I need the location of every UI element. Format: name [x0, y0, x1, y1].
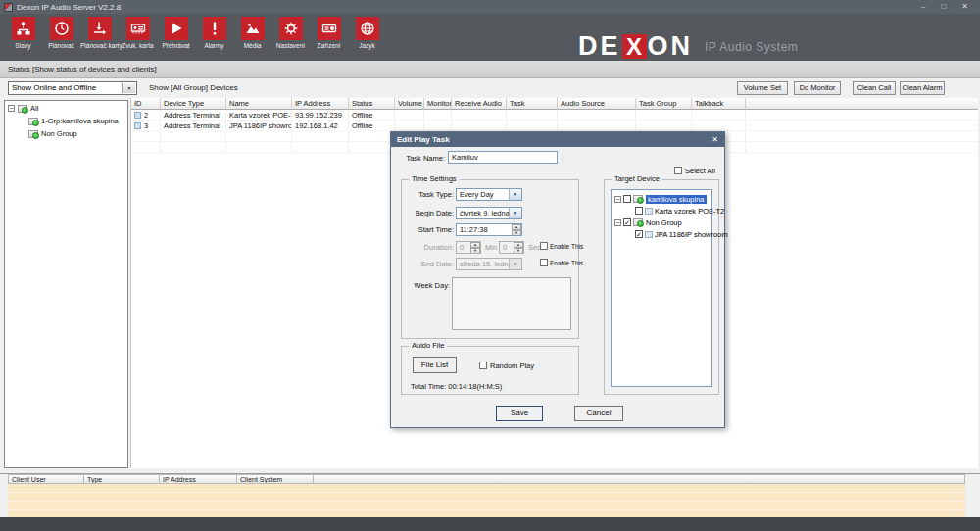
device-table-header: ID Device Type Name IP Address Status Vo…	[131, 98, 978, 110]
column-header[interactable]: Talkback	[692, 98, 746, 110]
item-checkbox[interactable]	[623, 195, 631, 203]
audio-file-legend: Auido File	[409, 341, 447, 350]
gear-icon	[279, 17, 303, 40]
target-tree-item-4[interactable]: ✓ JPA 1186IP showroom	[635, 229, 728, 239]
column-header[interactable]: Device Type	[161, 98, 226, 110]
toolbar-button-planovac[interactable]: Plánovač	[42, 17, 80, 49]
maximize-icon[interactable]: □	[941, 0, 946, 14]
column-header[interactable]: Client User	[8, 474, 84, 484]
toolbar-button-jazyk[interactable]: Jazyk	[348, 17, 386, 49]
terminal-icon	[645, 208, 653, 215]
toolbar-label: Nastavení	[271, 42, 310, 49]
collapse-icon[interactable]: −	[614, 219, 621, 226]
volume-set-button[interactable]: Volume Set	[737, 81, 788, 95]
column-header[interactable]: Receive Audio	[452, 98, 507, 110]
online-filter-select[interactable]: Show Online and Offline ▼	[8, 81, 137, 95]
start-time-input[interactable]: 11:27:38 ▲ ▼	[456, 223, 522, 236]
week-day-listbox[interactable]	[452, 277, 571, 330]
item-checkbox-checked[interactable]: ✓	[623, 218, 631, 226]
column-header[interactable]: ID	[131, 98, 161, 110]
week-day-label: Week Day:	[405, 281, 450, 290]
column-header-filler	[314, 474, 965, 484]
target-tree-item-3[interactable]: − ✓ Non Group	[614, 217, 682, 227]
toolbar-button-media[interactable]: Média	[233, 17, 271, 49]
tree-item-group-1[interactable]: 1-Grp:kamilova skupina	[5, 116, 127, 126]
do-monitor-button[interactable]: Do Monitor	[794, 81, 841, 95]
task-type-value: Every Day	[460, 190, 494, 199]
file-list-button[interactable]: File List	[413, 357, 457, 373]
column-header[interactable]: Task Group	[636, 98, 692, 110]
dialog-close-icon[interactable]: ✕	[711, 135, 718, 144]
clean-call-button[interactable]: Clean Call	[853, 81, 896, 95]
device-row-1[interactable]: 2 Address Terminal Karta vzorek POE-T2 9…	[131, 110, 978, 121]
collapse-icon[interactable]: −	[8, 105, 15, 112]
chevron-down-icon[interactable]: ▼	[509, 189, 521, 200]
duration-enable-checkbox[interactable]	[540, 242, 548, 250]
random-play-checkbox[interactable]	[479, 362, 487, 369]
media-icon	[241, 17, 265, 40]
collapse-icon[interactable]: −	[614, 196, 621, 203]
control-row: Show Online and Offline ▼ Show [All Grou…	[0, 78, 980, 98]
toolbar-button-zvuk-karta[interactable]: Zvuk. karta	[119, 17, 157, 49]
item-checkbox-checked[interactable]: ✓	[635, 230, 643, 238]
select-all-checkbox[interactable]	[674, 167, 682, 174]
group-folder-icon	[633, 195, 643, 203]
start-time-spinner[interactable]: ▲ ▼	[512, 224, 521, 235]
column-header[interactable]: Status	[349, 98, 395, 110]
task-name-input[interactable]: Kamiluv	[448, 151, 558, 164]
target-tree-item-2[interactable]: Karta vzorek POE-T2	[635, 206, 724, 216]
begin-date-select[interactable]: čtvrtek 9. ledna 20 ▼	[456, 207, 522, 219]
app-window: Dexon IP Audio Server V2.2.8 – □ ✕ Stavy…	[0, 0, 980, 531]
toolbar-button-zarizeni[interactable]: Zařízení	[310, 17, 348, 49]
task-type-select[interactable]: Every Day ▼	[456, 188, 522, 201]
end-date-label: End Date:	[405, 260, 454, 268]
toolbar-button-nastaveni[interactable]: Nastavení	[271, 17, 310, 49]
target-device-tree[interactable]: − kamilova skupina Karta vzorek POE-T2 −…	[611, 189, 712, 387]
cell-ip: 192.168.1.42	[292, 121, 349, 131]
column-header[interactable]: IP Address	[292, 98, 349, 110]
main-toolbar: Stavy Plánovač Plánovač karty Zvuk. kart…	[0, 14, 980, 61]
app-icon	[4, 3, 13, 12]
column-header[interactable]: Volume	[395, 98, 424, 110]
cell-device-type: Address Terminal	[161, 121, 226, 131]
column-header[interactable]: Monitor	[424, 98, 452, 110]
save-button[interactable]: Save	[496, 406, 543, 421]
brand-logo: DE X ON IP Audio System	[578, 33, 798, 60]
chevron-down-icon: ▼	[509, 259, 521, 269]
chevron-down-icon[interactable]: ▼	[122, 83, 135, 93]
end-date-enable-checkbox[interactable]	[540, 259, 548, 266]
device-row-2[interactable]: 3 Address Terminal JPA 1186IP showroom 1…	[131, 121, 978, 131]
tree-item-group-2[interactable]: Non Group	[5, 128, 127, 139]
toolbar-label: Stavy	[4, 42, 42, 49]
brand-de: DE	[578, 33, 621, 60]
toolbar-label: Přehrávat	[157, 42, 195, 49]
column-header[interactable]: IP Address	[160, 474, 237, 484]
clean-alarm-button[interactable]: Clean Alarm	[900, 81, 945, 95]
toolbar-label: Zvuk. karta	[119, 42, 157, 49]
toolbar-button-stavy[interactable]: Stavy	[4, 17, 42, 49]
column-header[interactable]: Audio Source	[558, 98, 636, 110]
device-icon	[318, 17, 341, 40]
column-header[interactable]: Client System	[237, 474, 314, 484]
cancel-button[interactable]: Cancel	[574, 406, 623, 421]
duration-sec-spinner: ▲ ▼	[514, 242, 523, 253]
tree-item-all[interactable]: − All	[5, 103, 127, 114]
chevron-down-icon[interactable]: ▼	[509, 208, 521, 218]
task-name-label: Task Name:	[401, 154, 445, 163]
dialog-titlebar[interactable]: Edit Play Task ✕	[391, 132, 724, 147]
min-label: Min	[485, 243, 497, 252]
toolbar-button-alarmy[interactable]: Alarmy	[195, 17, 233, 49]
column-header[interactable]: Name	[226, 98, 292, 110]
column-header[interactable]: Type	[84, 474, 160, 484]
item-checkbox[interactable]	[635, 207, 643, 215]
terminal-icon	[645, 231, 653, 238]
duration-sec-value: 0	[503, 243, 507, 252]
duration-label: Duration:	[405, 243, 454, 252]
minimize-icon[interactable]: –	[921, 0, 925, 14]
close-icon[interactable]: ✕	[961, 0, 968, 14]
toolbar-button-prehravat[interactable]: Přehrávat	[157, 17, 195, 49]
window-bottom-bar	[0, 517, 980, 531]
column-header[interactable]: Task	[507, 98, 558, 110]
target-tree-item-1[interactable]: − kamilova skupina	[614, 194, 707, 204]
toolbar-button-planovac-karty[interactable]: Plánovač karty	[80, 17, 119, 49]
